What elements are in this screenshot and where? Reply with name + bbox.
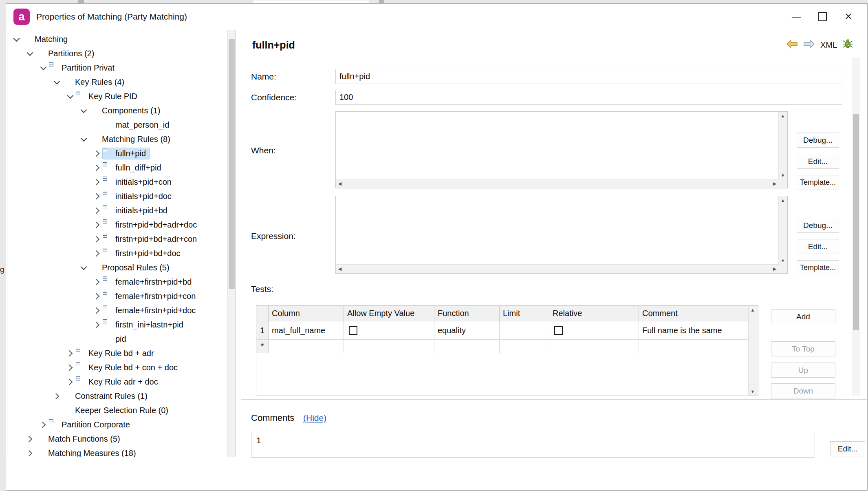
title-bar[interactable]: a Properties of Matching (Party Matching… (6, 4, 867, 30)
tree-item[interactable]: firstn+pid+bd+doc (7, 246, 227, 261)
tree-item[interactable]: Match Functions (5) (7, 432, 227, 446)
tree-item[interactable]: Key Rule adr + doc (7, 375, 227, 389)
tree-item[interactable]: initials+pid+con (7, 175, 227, 189)
checkbox-cell[interactable] (549, 321, 639, 339)
checkbox-icon[interactable] (349, 326, 357, 335)
tree-item[interactable]: Key Rule bd + adr (7, 346, 227, 361)
chevron-down-icon[interactable] (64, 91, 76, 102)
table-cell[interactable]: mat_full_name (269, 321, 344, 339)
tree-item[interactable]: firstn_ini+lastn+pid (7, 318, 227, 332)
tree-item[interactable]: initials+pid+bd (7, 203, 227, 218)
scroll-right-icon[interactable]: ▶ (771, 265, 779, 273)
scroll-down-icon[interactable]: ▼ (779, 257, 787, 265)
tree-item[interactable]: Keeper Selection Rule (0) (7, 403, 227, 418)
table-row[interactable]: * (256, 340, 749, 353)
scroll-left-icon[interactable]: ◀ (336, 179, 344, 188)
scroll-right-icon[interactable]: ▶ (771, 179, 779, 188)
chevron-right-icon[interactable] (91, 205, 103, 217)
tree-item[interactable]: Key Rule bd + con + doc (7, 361, 227, 375)
chevron-down-icon[interactable] (24, 48, 35, 60)
tree-item[interactable]: pid (7, 332, 227, 346)
tree-item[interactable]: Matching (7, 32, 227, 46)
chevron-right-icon[interactable] (64, 362, 76, 374)
scroll-up-icon[interactable]: ▲ (779, 112, 787, 120)
comments-hide-link[interactable]: (Hide) (303, 413, 326, 423)
to-top-button[interactable]: To Top (771, 341, 835, 356)
tree-item[interactable]: Matching Measures (18) (7, 446, 227, 457)
expression-template-button[interactable]: Template... (797, 260, 839, 275)
debug-bug-icon[interactable] (842, 39, 853, 51)
tree-vertical-scrollbar[interactable] (227, 30, 236, 457)
tree-item[interactable]: Proposal Rules (5) (7, 261, 227, 275)
chevron-down-icon[interactable] (51, 77, 62, 88)
expression-debug-button[interactable]: Debug... (797, 218, 839, 233)
maximize-button[interactable] (809, 4, 835, 30)
checkbox-cell[interactable] (344, 340, 434, 353)
table-cell[interactable] (434, 340, 500, 353)
chevron-right-icon[interactable] (91, 219, 103, 231)
tree-item[interactable]: Matching Rules (8) (7, 132, 227, 146)
tree-item[interactable]: Components (1) (7, 104, 227, 118)
tree-scrollbar-thumb[interactable] (229, 39, 235, 289)
tree-item[interactable]: fulln+pid (7, 146, 227, 161)
checkbox-cell[interactable] (549, 340, 639, 353)
xml-view-button[interactable]: XML (820, 40, 837, 50)
expression-textarea[interactable]: ▲ ▼ ◀ ▶ (335, 196, 788, 274)
chevron-down-icon[interactable] (78, 105, 89, 117)
chevron-down-icon[interactable] (78, 134, 89, 145)
up-button[interactable]: Up (771, 363, 835, 378)
scroll-up-icon[interactable]: ▲ (779, 196, 787, 204)
expression-horizontal-scrollbar[interactable]: ◀ ▶ (336, 264, 779, 273)
tree-item[interactable]: female+firstn+pid+doc (7, 303, 227, 318)
scroll-down-icon[interactable]: ▼ (749, 387, 757, 396)
minimize-button[interactable]: — (783, 4, 809, 30)
tree-item[interactable]: initials+pid+doc (7, 189, 227, 203)
chevron-right-icon[interactable] (24, 433, 35, 445)
table-row[interactable]: 1mat_full_nameequalityFull name is the s… (256, 321, 749, 340)
tree-item[interactable]: female+firstn+pid+con (7, 289, 227, 303)
table-cell[interactable] (269, 340, 344, 353)
tests-vertical-scrollbar[interactable]: ▲ ▼ (748, 306, 758, 396)
when-template-button[interactable]: Template... (797, 175, 839, 190)
when-horizontal-scrollbar[interactable]: ◀ ▶ (336, 179, 779, 188)
chevron-down-icon[interactable] (11, 34, 22, 45)
comments-edit-button[interactable]: Edit... (830, 441, 865, 456)
add-test-button[interactable]: Add (771, 309, 835, 324)
checkbox-cell[interactable] (344, 321, 434, 339)
table-cell[interactable] (500, 340, 549, 353)
detail-vertical-scrollbar[interactable] (852, 57, 860, 396)
chevron-right-icon[interactable] (91, 191, 103, 202)
chevron-right-icon[interactable] (91, 162, 103, 174)
comments-textarea[interactable]: 1 (251, 432, 815, 458)
scroll-left-icon[interactable]: ◀ (336, 265, 344, 273)
chevron-right-icon[interactable] (91, 319, 103, 331)
tree-item[interactable]: firstn+pid+bd+adr+con (7, 232, 227, 246)
chevron-down-icon[interactable] (37, 62, 49, 74)
chevron-right-icon[interactable] (91, 148, 103, 159)
tree-item[interactable]: Key Rule PID (7, 89, 227, 104)
expression-edit-button[interactable]: Edit... (797, 239, 839, 254)
tree-item[interactable]: firstn+pid+bd+adr+doc (7, 218, 227, 232)
scroll-up-icon[interactable]: ▲ (749, 306, 757, 314)
back-arrow-icon[interactable] (786, 40, 798, 50)
tree-item[interactable]: Partition Privat (7, 61, 227, 75)
tree-item[interactable]: Key Rules (4) (7, 75, 227, 89)
expression-vertical-scrollbar[interactable]: ▲ ▼ (778, 196, 787, 265)
scroll-down-icon[interactable]: ▼ (779, 171, 787, 179)
table-cell[interactable]: equality (434, 321, 500, 339)
tree-item[interactable]: fulln_diff+pid (7, 161, 227, 175)
confidence-input[interactable] (335, 90, 842, 105)
chevron-right-icon[interactable] (37, 419, 49, 431)
tree-item[interactable]: Partitions (2) (7, 46, 227, 61)
chevron-right-icon[interactable] (51, 391, 62, 402)
chevron-right-icon[interactable] (91, 305, 103, 316)
chevron-right-icon[interactable] (91, 177, 103, 188)
tree-item[interactable]: female+firstn+pid+bd (7, 275, 227, 289)
chevron-right-icon[interactable] (91, 248, 103, 259)
table-cell[interactable] (500, 321, 549, 339)
chevron-right-icon[interactable] (91, 276, 103, 288)
table-cell[interactable]: Full name is the same (639, 321, 749, 339)
forward-arrow-icon[interactable] (803, 40, 815, 50)
tree-item[interactable]: Constraint Rules (1) (7, 389, 227, 403)
close-button[interactable]: ✕ (835, 4, 861, 30)
